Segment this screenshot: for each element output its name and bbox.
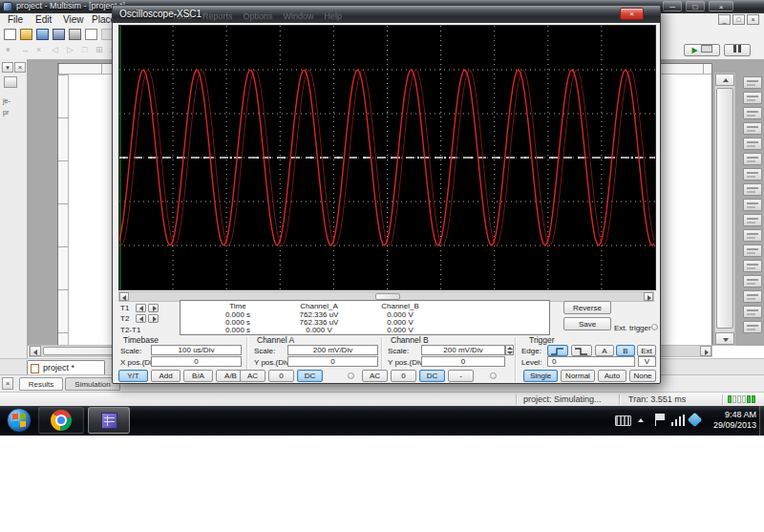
pause-simulation-button[interactable] bbox=[724, 44, 751, 56]
scroll-right-icon[interactable] bbox=[644, 292, 653, 301]
instrument-button[interactable] bbox=[743, 306, 762, 318]
mdi-restore-button[interactable]: □ bbox=[732, 14, 745, 25]
t1-left-arrow-button[interactable] bbox=[136, 304, 146, 312]
timebase-ba-button[interactable]: B/A bbox=[183, 370, 213, 382]
panel-close-icon[interactable]: × bbox=[14, 62, 26, 73]
taskbar-multisim-button[interactable] bbox=[88, 407, 130, 434]
scrollbar-thumb[interactable] bbox=[375, 293, 400, 300]
instrument-button[interactable] bbox=[743, 122, 762, 135]
channel-b-ypos-input[interactable]: 0 bbox=[421, 356, 505, 367]
instrument-button[interactable] bbox=[743, 183, 762, 196]
status-simulating-text: project: Simulating... bbox=[523, 394, 602, 404]
channel-b-scale-spinner[interactable] bbox=[505, 345, 514, 355]
save-button[interactable]: Save bbox=[563, 317, 611, 330]
reverse-button[interactable]: Reverse bbox=[563, 301, 611, 314]
open-samples-icon[interactable] bbox=[36, 29, 49, 40]
timebase-add-button[interactable]: Add bbox=[151, 370, 180, 382]
channel-b-minus-button[interactable]: - bbox=[448, 370, 474, 382]
save-icon[interactable] bbox=[53, 29, 65, 40]
trigger-ext-button[interactable]: Ext bbox=[637, 345, 656, 356]
simulation-progress-block bbox=[742, 395, 746, 403]
trigger-rising-edge-button[interactable] bbox=[547, 345, 568, 356]
tray-app-icon[interactable] bbox=[688, 413, 703, 428]
instrument-button[interactable] bbox=[743, 214, 762, 226]
instrument-button[interactable] bbox=[743, 168, 762, 181]
instrument-button[interactable] bbox=[743, 290, 762, 303]
t2-right-arrow-button[interactable] bbox=[148, 314, 159, 323]
spreadsheet-close-icon[interactable]: × bbox=[2, 377, 13, 390]
scroll-left-icon[interactable] bbox=[119, 292, 129, 301]
workspace-vertical-scrollbar[interactable] bbox=[714, 73, 735, 346]
instrument-button[interactable] bbox=[743, 199, 762, 211]
start-button[interactable] bbox=[7, 408, 32, 433]
run-simulation-button[interactable]: ▶ bbox=[684, 44, 720, 56]
t2-left-arrow-button[interactable] bbox=[136, 314, 146, 323]
trigger-level-unit[interactable]: V bbox=[638, 356, 656, 367]
scroll-right-icon[interactable] bbox=[700, 346, 711, 356]
instrument-button[interactable] bbox=[743, 229, 762, 242]
trigger-falling-edge-button[interactable] bbox=[571, 345, 592, 356]
timebase-xpos-input[interactable]: 0 bbox=[151, 356, 242, 367]
trigger-b-button[interactable]: B bbox=[616, 345, 635, 356]
open-file-icon[interactable] bbox=[20, 29, 32, 40]
main-window-title: project - Multisim - [project *] bbox=[16, 1, 125, 11]
clock[interactable]: 9:48 AM 29/09/2013 bbox=[707, 410, 756, 431]
network-icon[interactable] bbox=[671, 415, 685, 426]
show-desktop-button[interactable] bbox=[759, 406, 764, 436]
close-button[interactable]: × bbox=[709, 1, 733, 11]
trigger-auto-button[interactable]: Auto bbox=[598, 370, 626, 382]
trigger-normal-button[interactable]: Normal bbox=[561, 370, 595, 382]
oscilloscope-close-button[interactable]: × bbox=[620, 8, 644, 20]
instrument-button[interactable] bbox=[743, 138, 762, 150]
mdi-close-button[interactable]: × bbox=[747, 14, 759, 25]
mdi-minimize-button[interactable]: _ bbox=[718, 14, 731, 25]
trigger-level-input[interactable]: 0 bbox=[547, 356, 635, 367]
scroll-up-icon[interactable] bbox=[715, 74, 734, 86]
timebase-title: Timebase bbox=[123, 335, 159, 345]
panel-pin-icon[interactable]: ▾ bbox=[2, 62, 13, 73]
cursor-t1-label: T1 bbox=[120, 304, 129, 312]
tab-results[interactable]: Results bbox=[19, 377, 63, 391]
menu-file[interactable]: File bbox=[8, 14, 23, 25]
instrument-button[interactable] bbox=[743, 321, 762, 333]
trigger-single-button[interactable]: Single bbox=[523, 370, 558, 382]
action-center-flag-icon[interactable] bbox=[655, 414, 656, 426]
oscilloscope-titlebar[interactable]: Oscilloscope-XSC1 Tools Reports Options … bbox=[113, 6, 660, 23]
scroll-down-icon[interactable] bbox=[715, 332, 734, 345]
timebase-scale-input[interactable]: 100 us/Div bbox=[151, 345, 242, 355]
channel-a-dc-button[interactable]: DC bbox=[297, 370, 323, 382]
channel-a-ac-button[interactable]: AC bbox=[240, 370, 265, 382]
show-hidden-icons-icon[interactable] bbox=[638, 418, 644, 422]
t1-right-arrow-button[interactable] bbox=[148, 304, 159, 312]
timebase-yt-button[interactable]: Y/T bbox=[118, 370, 148, 382]
scroll-left-icon[interactable] bbox=[30, 346, 41, 356]
instrument-button[interactable] bbox=[743, 260, 762, 272]
instrument-button[interactable] bbox=[743, 92, 762, 104]
menu-view[interactable]: View bbox=[63, 14, 84, 25]
channel-a-zero-button[interactable]: 0 bbox=[268, 370, 294, 382]
print-icon[interactable] bbox=[69, 29, 81, 40]
channel-a-scale-input[interactable]: 200 mV/Div bbox=[287, 345, 378, 355]
instrument-button[interactable] bbox=[743, 107, 762, 119]
channel-b-ac-button[interactable]: AC bbox=[362, 370, 388, 382]
maximize-button[interactable]: □ bbox=[686, 1, 705, 11]
instrument-button[interactable] bbox=[743, 76, 762, 89]
channel-b-scale-input[interactable]: 200 mV/Div bbox=[421, 345, 505, 355]
instrument-button[interactable] bbox=[743, 275, 762, 287]
sheet-tab-project[interactable]: project * bbox=[27, 360, 105, 375]
print-preview-icon[interactable] bbox=[85, 29, 97, 40]
taskbar-chrome-button[interactable] bbox=[38, 407, 84, 434]
new-file-icon[interactable] bbox=[4, 29, 16, 40]
instrument-button[interactable] bbox=[743, 153, 762, 165]
trigger-a-button[interactable]: A bbox=[595, 345, 614, 356]
instrument-button[interactable] bbox=[743, 245, 762, 257]
channel-b-zero-button[interactable]: 0 bbox=[391, 370, 416, 382]
trigger-none-button[interactable]: None bbox=[629, 370, 656, 382]
menu-edit[interactable]: Edit bbox=[35, 14, 52, 25]
simulation-progress-block bbox=[747, 395, 751, 403]
scrollbar-thumb[interactable] bbox=[716, 88, 733, 329]
channel-a-ypos-input[interactable]: 0 bbox=[287, 356, 378, 367]
channel-b-dc-button[interactable]: DC bbox=[419, 370, 445, 382]
minimize-button[interactable]: ─ bbox=[663, 1, 682, 11]
keyboard-layout-icon[interactable] bbox=[615, 415, 631, 426]
